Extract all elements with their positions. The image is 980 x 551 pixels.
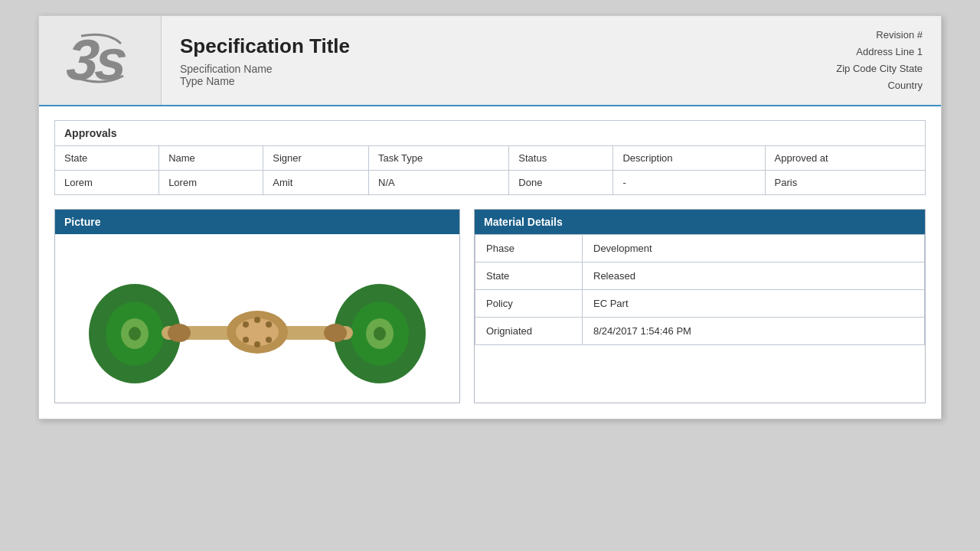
header-meta: Revision # Address Line 1 Zip Code City … <box>818 16 941 105</box>
spec-type: Type Name <box>180 75 799 87</box>
cell-description: - <box>613 171 765 195</box>
table-row: Lorem Lorem Amit N/A Done - Paris <box>55 171 926 195</box>
page-container: 3 s Specification Title Specification Na… <box>38 15 942 419</box>
approvals-section: Approvals State Name Signer Task Type St… <box>54 120 926 195</box>
material-label-state: State <box>475 262 583 290</box>
material-value-state: Released <box>583 262 925 290</box>
col-description: Description <box>613 146 765 171</box>
axle-illustration <box>74 234 441 403</box>
logo-icon: 3 s <box>66 30 135 91</box>
material-row-policy: Policy EC Part <box>475 290 925 318</box>
col-state: State <box>55 146 159 171</box>
svg-point-18 <box>243 337 249 343</box>
approvals-column-headers: State Name Signer Task Type Status Descr… <box>55 146 926 171</box>
material-value-phase: Development <box>583 235 925 262</box>
logo-area: 3 s <box>39 16 162 105</box>
svg-point-9 <box>374 327 386 341</box>
picture-body <box>55 234 459 403</box>
header: 3 s Specification Title Specification Na… <box>39 16 941 106</box>
spec-name: Specification Name <box>180 63 799 75</box>
material-row-state: State Released <box>475 262 925 290</box>
material-label-originated: Origniated <box>475 318 583 345</box>
col-name: Name <box>159 146 263 171</box>
svg-point-16 <box>266 321 272 328</box>
approvals-table: Approvals State Name Signer Task Type St… <box>54 120 926 195</box>
svg-point-15 <box>243 321 249 328</box>
material-value-policy: EC Part <box>583 290 925 318</box>
material-label-policy: Policy <box>475 290 583 318</box>
material-row-originated: Origniated 8/24/2017 1:54:46 PM <box>475 318 925 345</box>
address-line1: Address Line 1 <box>836 44 923 60</box>
cell-state: Lorem <box>55 171 159 195</box>
revision-number: Revision # <box>836 27 923 44</box>
cell-signer: Amit <box>263 171 369 195</box>
picture-panel: Picture <box>54 209 460 403</box>
col-signer: Signer <box>263 146 369 171</box>
svg-point-19 <box>266 337 272 343</box>
material-label-phase: Phase <box>475 235 583 262</box>
spec-title: Specification Title <box>180 34 799 58</box>
material-panel: Material Details Phase Development State… <box>474 209 926 403</box>
col-approved-at: Approved at <box>765 146 925 171</box>
zip-city-state: Zip Code City State <box>836 60 923 77</box>
cell-status: Done <box>509 171 613 195</box>
svg-point-20 <box>254 341 260 347</box>
col-status: Status <box>509 146 613 171</box>
col-task-type: Task Type <box>369 146 509 171</box>
svg-point-13 <box>168 324 191 342</box>
bottom-panels: Picture <box>54 209 926 403</box>
cell-task-type: N/A <box>369 171 509 195</box>
material-row-phase: Phase Development <box>475 235 925 262</box>
material-value-originated: 8/24/2017 1:54:46 PM <box>583 318 925 345</box>
material-table: Phase Development State Released Policy … <box>475 234 925 345</box>
picture-header: Picture <box>55 210 459 234</box>
approvals-header: Approvals <box>55 121 926 146</box>
country: Country <box>836 77 923 94</box>
header-title-block: Specification Title Specification Name T… <box>162 16 818 105</box>
cell-approved-at: Paris <box>765 171 925 195</box>
svg-point-14 <box>324 324 347 342</box>
svg-point-17 <box>254 317 260 323</box>
cell-name: Lorem <box>159 171 263 195</box>
svg-point-5 <box>129 327 141 341</box>
material-header: Material Details <box>475 210 925 234</box>
